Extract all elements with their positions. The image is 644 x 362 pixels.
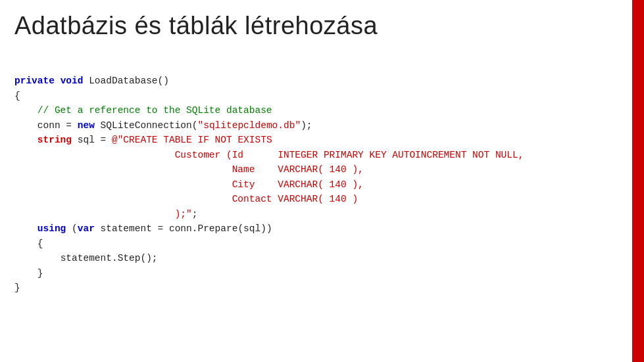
code-line-4: conn = new SQLiteConnection("sqlitepclde… xyxy=(14,120,312,131)
code-line-14: } xyxy=(14,268,43,279)
code-line-13: statement.Step(); xyxy=(14,253,158,263)
code-line-5: string sql = @"CREATE TABLE IF NOT EXIST… xyxy=(14,135,272,145)
code-block: private void LoadDatabase() { // Get a r… xyxy=(14,59,524,296)
code-line-9: Contact VARCHAR( 140 ) xyxy=(14,194,358,204)
code-line-7: Name VARCHAR( 140 ), xyxy=(14,164,364,175)
code-line-15: } xyxy=(14,283,20,293)
red-accent-border xyxy=(632,0,644,362)
code-line-12: { xyxy=(14,238,43,249)
code-line-11: using (var statement = conn.Prepare(sql)… xyxy=(14,223,272,234)
code-line-2: { xyxy=(14,91,20,101)
code-line-8: City VARCHAR( 140 ), xyxy=(14,179,364,190)
code-line-3: // Get a reference to the SQLite databas… xyxy=(14,105,272,116)
code-line-10: );"; xyxy=(14,209,197,219)
code-line-6: Customer (Id INTEGER PRIMARY KEY AUTOINC… xyxy=(14,150,524,160)
page-title: Adatbázis és táblák létrehozása xyxy=(14,12,378,40)
code-line-1: private void LoadDatabase() xyxy=(14,76,169,86)
